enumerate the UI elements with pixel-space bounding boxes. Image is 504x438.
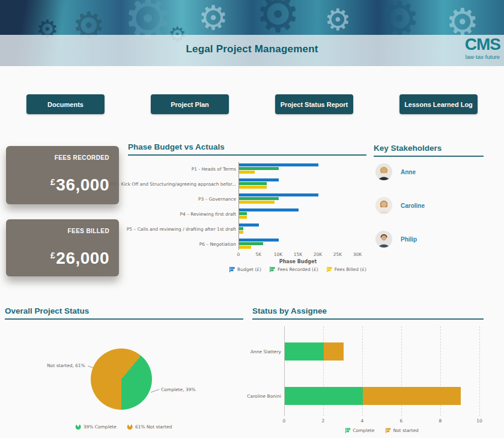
series-flag-icon: [327, 267, 332, 272]
legend-item-fees-billed[interactable]: Fees Billed (£): [327, 267, 366, 272]
stakeholder-link-philip[interactable]: Philip: [401, 236, 417, 243]
assignee-chart-legend: CompleteNot started: [345, 428, 419, 433]
assignee-x-tick-10: 10: [472, 418, 487, 424]
category-label-p6-neg: P6 – Negotiation: [199, 242, 236, 247]
legend-label: Fees Billed (£): [335, 267, 366, 272]
assignee-x-tick-6: 6: [393, 418, 409, 424]
banner: ⚙⚙⚙⚙⚙⚙⚙⚙⚙ Legal Project Management CMS l…: [0, 0, 504, 66]
assignee-gridline-10: [479, 326, 480, 416]
fees-billed-amount: 26,000: [56, 249, 109, 267]
phase-x-tick-5K: 5K: [250, 252, 266, 257]
phase-bar-p5-fees-recorded[interactable]: [239, 227, 243, 230]
phase-bar-p2-fees-recorded[interactable]: [239, 182, 267, 185]
currency-symbol: £: [50, 177, 55, 187]
phase-bar-p2-budget[interactable]: [239, 178, 279, 181]
legend-label: 39% Complete: [83, 424, 117, 430]
lessons-learned-log-button[interactable]: Lessons Learned Log: [399, 94, 478, 114]
phase-bar-p3-fees-recorded[interactable]: [239, 197, 279, 200]
phase-bar-p5-budget[interactable]: [239, 224, 259, 227]
legend-label: Complete: [353, 428, 374, 433]
phase-bar-p6-budget[interactable]: [239, 239, 279, 242]
fees-recorded-label: FEES RECORDED: [16, 154, 109, 161]
cms-logo: CMS law·tax·future: [465, 36, 500, 60]
key-stakeholders-title: Key Stakeholders: [374, 144, 484, 157]
legend-label: Fees Recorded (£): [278, 267, 318, 272]
phase-bar-p1-fees-recorded[interactable]: [239, 167, 279, 170]
phase-y-axis: [238, 162, 239, 250]
category-label-anne-slattery: Anne Slattery: [250, 349, 281, 354]
stakeholder-row: Caroline: [375, 197, 425, 214]
pie-callout-not-started: Not started, 61%: [47, 363, 85, 368]
phase-bar-p1-budget[interactable]: [239, 163, 318, 166]
nav-button-row: Documents Project Plan Project Status Re…: [0, 94, 504, 114]
phase-bar-p4-budget[interactable]: [239, 208, 299, 211]
category-label-p5-cal: P5 – Calls and reviewing / drafting afte…: [127, 227, 236, 232]
legend-item-not-started[interactable]: Not started: [385, 428, 418, 433]
project-status-report-button[interactable]: Project Status Report: [275, 94, 353, 114]
pie-callout-complete: Complete, 39%: [161, 387, 196, 392]
status-by-assignee-title: Status by Assignee: [252, 306, 484, 320]
fees-billed-label: FEES BILLED: [16, 228, 109, 234]
project-plan-button[interactable]: Project Plan: [151, 94, 229, 114]
assignee-x-tick-8: 8: [433, 418, 448, 424]
assignee-bar-caroline-bonini-complete[interactable]: [285, 387, 363, 405]
phase-x-tick-0: 0: [231, 252, 246, 257]
fees-recorded-card: FEES RECORDED £36,000: [6, 146, 119, 204]
series-flag-icon: [385, 428, 390, 433]
fees-billed-value: £26,000: [16, 249, 109, 268]
legend-item-61-not-started[interactable]: 61% Not started: [127, 424, 172, 430]
pie-overall-status[interactable]: [91, 348, 152, 410]
phase-bar-p3-fees-billed[interactable]: [239, 201, 275, 204]
assignee-x-tick-4: 4: [354, 418, 370, 424]
phase-bar-p2-fees-billed[interactable]: [239, 186, 267, 189]
status-by-assignee-chart: 0246810Anne SlatteryCaroline BoniniCompl…: [252, 323, 484, 437]
phase-chart-title: Phase Budget vs Actuals: [128, 142, 366, 156]
caroline-avatar: [375, 197, 392, 214]
phase-budget-vs-actuals-chart: P1 - Heads of TermsP2 – Kick Off and Str…: [128, 157, 366, 275]
assignee-bar-anne-slattery-complete[interactable]: [285, 342, 324, 360]
legend-item-complete[interactable]: Complete: [345, 428, 374, 433]
assignee-bar-anne-slattery-not-started[interactable]: [324, 342, 344, 360]
philip-avatar: [375, 231, 392, 248]
documents-button[interactable]: Documents: [26, 94, 105, 114]
legend-label: Budget (£): [237, 267, 261, 272]
phase-bar-p6-fees-billed[interactable]: [239, 246, 251, 249]
category-label-caroline-bonini: Caroline Bonini: [247, 394, 281, 399]
overall-status-pie-chart: Not started, 61%Complete, 39%39% Complet…: [5, 318, 243, 438]
currency-symbol: £: [50, 251, 55, 260]
stakeholder-link-anne[interactable]: Anne: [401, 169, 416, 175]
pie-slice-icon: [127, 424, 133, 430]
phase-bar-p6-fees-recorded[interactable]: [239, 242, 263, 245]
gear-icon: ⚙: [324, 5, 351, 35]
category-label-p4-rev: P4 – Reviewing first draft: [180, 211, 236, 217]
fees-recorded-amount: 36,000: [56, 175, 109, 194]
assignee-bar-caroline-bonini-not-started[interactable]: [363, 387, 461, 405]
overall-status-legend: 39% Complete61% Not started: [76, 424, 172, 430]
legend-label: Not started: [393, 428, 418, 433]
phase-bar-p4-fees-recorded[interactable]: [239, 212, 247, 215]
assignee-x-tick-2: 2: [315, 418, 331, 424]
fees-billed-card: FEES BILLED £26,000: [6, 219, 119, 276]
stakeholder-link-caroline[interactable]: Caroline: [401, 202, 425, 209]
legend-item-budget[interactable]: Budget (£): [229, 267, 261, 272]
phase-x-tick-20K: 20K: [310, 252, 326, 257]
phase-x-tick-30K: 30K: [350, 252, 365, 257]
gear-icon: ⚙: [198, 1, 228, 35]
category-label-p2-kic: P2 – Kick Off and Structuring/agreeing a…: [111, 181, 236, 187]
series-flag-icon: [270, 267, 275, 272]
phase-x-axis-title: Phase Budget: [238, 259, 357, 264]
legend-item-fees-recorded[interactable]: Fees Recorded (£): [270, 267, 318, 272]
gear-icon: ⚙: [255, 0, 300, 40]
phase-chart-legend: Budget (£)Fees Recorded (£)Fees Billed (…: [229, 267, 366, 272]
legend-item-39-complete[interactable]: 39% Complete: [76, 424, 117, 430]
phase-bar-p1-fees-billed[interactable]: [239, 171, 255, 174]
stakeholder-row: Philip: [375, 231, 417, 248]
phase-x-tick-25K: 25K: [330, 252, 345, 257]
phase-bar-p3-budget[interactable]: [239, 193, 318, 196]
stakeholder-row: Anne: [375, 163, 416, 180]
category-label-p3-gov: P3 – Governance: [198, 196, 236, 202]
legend-label: 61% Not started: [135, 424, 172, 430]
phase-bar-p4-fees-billed[interactable]: [239, 216, 247, 219]
series-flag-icon: [345, 428, 350, 433]
phase-bar-p5-fees-billed[interactable]: [239, 231, 243, 234]
